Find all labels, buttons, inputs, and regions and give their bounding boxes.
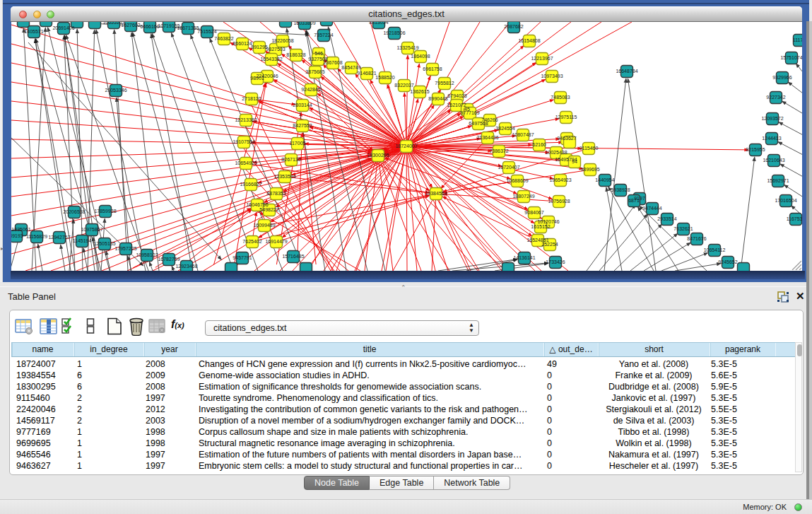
svg-text:9827503: 9827503 <box>266 47 285 52</box>
svg-text:8427552: 8427552 <box>293 123 312 128</box>
svg-text:20206538: 20206538 <box>63 209 85 214</box>
svg-text:8813054: 8813054 <box>369 22 388 25</box>
svg-text:1733426: 1733426 <box>546 259 565 264</box>
svg-text:1864098: 1864098 <box>411 54 430 59</box>
svg-text:891295: 891295 <box>251 45 267 49</box>
svg-text:5938928: 5938928 <box>611 187 630 192</box>
svg-text:12093572: 12093572 <box>761 116 783 121</box>
svg-text:7357224: 7357224 <box>314 33 333 37</box>
svg-text:9474444: 9474444 <box>642 206 661 211</box>
svg-text:19166827: 19166827 <box>240 182 261 187</box>
svg-text:252254: 252254 <box>541 242 558 247</box>
svg-text:11156829: 11156829 <box>26 234 47 239</box>
svg-text:16046756: 16046756 <box>246 202 268 207</box>
svg-text:1588520: 1588520 <box>375 75 394 80</box>
svg-text:9227342: 9227342 <box>766 95 785 100</box>
svg-text:17957225: 17957225 <box>114 246 136 251</box>
svg-text:2718120: 2718120 <box>242 96 261 101</box>
svg-text:8471676: 8471676 <box>687 236 706 241</box>
svg-text:94: 94 <box>572 159 577 164</box>
svg-text:62160: 62160 <box>532 142 546 147</box>
svg-text:10688609: 10688609 <box>506 178 528 183</box>
svg-text:11172: 11172 <box>793 37 802 42</box>
svg-text:9899695: 9899695 <box>580 167 599 172</box>
svg-text:3824554: 3824554 <box>495 126 514 131</box>
svg-text:8215955: 8215955 <box>746 147 765 152</box>
svg-text:9777169: 9777169 <box>460 110 479 115</box>
svg-text:16914479: 16914479 <box>265 239 287 244</box>
svg-text:7955812: 7955812 <box>435 81 454 86</box>
svg-text:19107554: 19107554 <box>233 139 254 144</box>
svg-text:29053346: 29053346 <box>105 88 126 93</box>
svg-text:17016504: 17016504 <box>775 198 796 203</box>
svg-text:1167533: 1167533 <box>787 216 802 221</box>
svg-text:18807249: 18807249 <box>512 194 534 199</box>
svg-text:10958107: 10958107 <box>136 252 158 257</box>
svg-text:6871: 6871 <box>628 198 640 203</box>
svg-text:17859938: 17859938 <box>94 209 116 214</box>
svg-text:7386372: 7386372 <box>489 148 508 153</box>
svg-text:8878352: 8878352 <box>266 191 286 196</box>
svg-text:1244413: 1244413 <box>762 136 781 141</box>
svg-text:12213382: 12213382 <box>235 117 257 122</box>
svg-text:1440954: 1440954 <box>595 177 614 182</box>
svg-text:10120746: 10120746 <box>537 219 559 224</box>
svg-text:16782759: 16782759 <box>158 257 180 262</box>
svg-text:10654112: 10654112 <box>704 247 726 252</box>
svg-text:2933514: 2933514 <box>657 216 676 221</box>
svg-text:7625402: 7625402 <box>242 239 261 244</box>
svg-text:16033809: 16033809 <box>293 22 315 25</box>
svg-text:18300295: 18300295 <box>367 153 389 158</box>
svg-text:16543382: 16543382 <box>260 57 282 62</box>
svg-text:16099489: 16099489 <box>253 223 275 228</box>
svg-text:15716485: 15716485 <box>282 254 304 259</box>
svg-text:6466160: 6466160 <box>140 24 159 29</box>
svg-text:9245652: 9245652 <box>718 259 737 264</box>
svg-text:9084067: 9084067 <box>524 210 543 215</box>
svg-text:19384554: 19384554 <box>425 191 447 196</box>
svg-text:9463627: 9463627 <box>557 136 576 141</box>
svg-text:1835061: 1835061 <box>11 227 30 232</box>
svg-text:16648784: 16648784 <box>616 69 637 74</box>
svg-text:15751074: 15751074 <box>780 55 802 60</box>
svg-text:10756928: 10756928 <box>548 199 570 204</box>
svg-text:1362615: 1362615 <box>410 89 429 94</box>
svg-text:1145194: 1145194 <box>73 238 92 243</box>
svg-text:16671355: 16671355 <box>177 25 199 30</box>
svg-text:16154808: 16154808 <box>518 38 540 43</box>
svg-text:7485083: 7485083 <box>551 95 570 100</box>
svg-text:9457791: 9457791 <box>233 255 252 260</box>
svg-text:12505135: 12505135 <box>93 241 115 246</box>
svg-text:6497568: 6497568 <box>469 121 488 126</box>
svg-text:1621072: 1621072 <box>447 103 466 107</box>
svg-text:1615152: 1615152 <box>531 224 550 229</box>
svg-text:10973493: 10973493 <box>541 74 563 78</box>
svg-text:98901: 98901 <box>250 76 264 81</box>
svg-text:10025438: 10025438 <box>545 150 567 155</box>
svg-text:8990448: 8990448 <box>428 96 447 101</box>
svg-text:6794028: 6794028 <box>447 93 466 98</box>
svg-text:8660124: 8660124 <box>233 41 252 46</box>
svg-text:1405571: 1405571 <box>24 29 43 34</box>
svg-text:9329966: 9329966 <box>772 75 792 80</box>
svg-text:12975115: 12975115 <box>555 115 577 119</box>
svg-text:10807487: 10807487 <box>512 132 534 137</box>
svg-text:21364436: 21364436 <box>476 135 498 140</box>
svg-text:2803144: 2803144 <box>293 103 312 107</box>
svg-text:9146821: 9146821 <box>357 71 376 76</box>
svg-text:12942757: 12942757 <box>48 235 70 240</box>
svg-text:8186328: 8186328 <box>286 52 305 57</box>
svg-text:16210643: 16210643 <box>763 158 784 163</box>
svg-text:20691406: 20691406 <box>52 25 74 30</box>
svg-text:9115460: 9115460 <box>579 146 599 151</box>
svg-text:12353594: 12353594 <box>273 174 295 179</box>
svg-text:19654923: 19654923 <box>549 177 571 182</box>
svg-text:7632621: 7632621 <box>673 226 693 231</box>
svg-text:9242845: 9242845 <box>301 87 320 92</box>
svg-text:1527602: 1527602 <box>121 23 140 28</box>
svg-text:6961758: 6961758 <box>423 66 442 71</box>
svg-text:117005: 117005 <box>290 141 306 146</box>
svg-text:19218506: 19218506 <box>383 30 405 35</box>
svg-text:14136141: 14136141 <box>513 255 535 260</box>
svg-text:8267130: 8267130 <box>281 157 300 162</box>
